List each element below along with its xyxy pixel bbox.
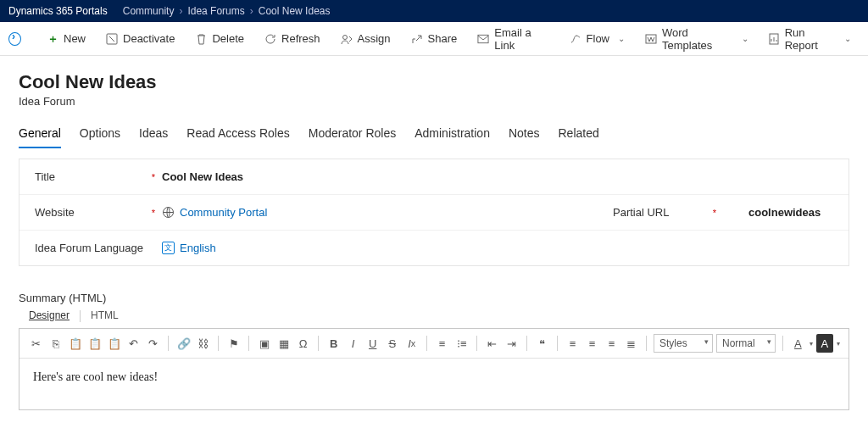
share-button[interactable]: Share [403,29,466,48]
record-tabs: General Options Ideas Read Access Roles … [19,126,849,148]
flow-button[interactable]: Flow ⌄ [561,29,633,48]
tab-options[interactable]: Options [80,126,120,148]
cmd-label: Run Report [785,26,836,52]
chevron-down-icon: ⌄ [618,34,625,43]
field-label: Idea Forum Language [35,242,162,254]
partial-url-field[interactable]: coolnewideas [748,206,833,219]
editor-content[interactable]: Here's are cool new ideas! [19,359,849,409]
tab-notes[interactable]: Notes [509,126,540,148]
outdent-icon[interactable]: ⇤ [484,334,500,353]
align-right-icon[interactable]: ≡ [604,334,620,353]
word-templates-button[interactable]: Word Templates ⌄ [637,23,757,55]
bg-color-icon[interactable]: A [816,334,833,353]
italic-icon[interactable]: I [345,334,361,353]
separator [557,336,558,351]
assign-icon [341,33,353,45]
refresh-icon [264,33,276,45]
field-label: Title* [35,170,162,183]
unlink-icon[interactable]: ⛓ [195,334,211,353]
cmd-label: Deactivate [123,32,175,45]
separator [248,336,249,351]
numbered-list-icon[interactable]: ≡ [434,334,450,353]
tab-general[interactable]: General [19,126,61,148]
field-label: Partial URL* [613,206,715,219]
tab-read-access-roles[interactable]: Read Access Roles [186,126,289,148]
chevron-down-icon: ⌄ [742,34,748,43]
format-dropdown[interactable]: Normal [716,334,776,353]
editor-toolbar: ✂ ⎘ 📋 📋 📋 ↶ ↷ 🔗 ⛓ ⚑ ▣ ▦ Ω B I U [19,329,849,359]
title-field[interactable]: Cool New Ideas [162,170,833,183]
underline-icon[interactable]: U [364,334,381,353]
divider [80,310,81,322]
table-icon[interactable]: ▦ [275,334,292,353]
separator [476,336,477,351]
breadcrumb-item[interactable]: Community [123,5,175,17]
cut-icon[interactable]: ✂ [28,334,44,353]
bold-icon[interactable]: B [326,334,342,353]
cmd-label: Share [428,32,458,45]
refresh-button[interactable]: Refresh [256,29,329,48]
run-report-button[interactable]: Run Report ⌄ [760,23,860,55]
paste-text-icon[interactable]: 📋 [86,334,103,353]
strike-icon[interactable]: S [384,334,400,353]
editor-mode-tabs: Designer HTML [29,309,849,323]
paste-icon[interactable]: 📋 [67,334,83,353]
svg-point-1 [342,35,347,39]
redo-icon[interactable]: ↷ [145,334,161,353]
trash-icon [195,33,207,45]
designer-tab[interactable]: Designer [29,309,70,323]
blockquote-icon[interactable]: ❝ [534,334,550,353]
cmd-label: Email a Link [494,26,548,52]
form-section: Title* Cool New Ideas Website* Community… [19,159,849,266]
page-subtitle: Idea Forum [19,95,849,108]
email-link-button[interactable]: Email a Link [469,23,557,55]
language-link[interactable]: English [180,242,216,254]
website-field[interactable]: Community Portal [162,206,613,219]
plus-icon: ＋ [47,33,58,45]
breadcrumb-item[interactable]: Cool New Ideas [259,5,331,17]
tab-related[interactable]: Related [559,126,599,148]
tab-administration[interactable]: Administration [415,126,490,148]
align-justify-icon[interactable]: ≣ [623,334,639,353]
chevron-right-icon: › [179,5,182,17]
tab-ideas[interactable]: Ideas [139,126,168,148]
delete-button[interactable]: Delete [186,29,253,48]
assign-button[interactable]: Assign [332,29,399,48]
go-back-button[interactable] [8,32,21,46]
chevron-right-icon: › [250,5,253,17]
summary-section: Summary (HTML) Designer HTML ✂ ⎘ 📋 📋 📋 ↶… [19,292,849,410]
svg-rect-3 [646,35,656,43]
html-tab[interactable]: HTML [91,309,119,323]
flag-icon[interactable]: ⚑ [225,334,242,353]
remove-format-icon[interactable]: Ix [403,334,420,353]
special-char-icon[interactable]: Ω [295,334,311,353]
align-center-icon[interactable]: ≡ [584,334,600,353]
text-color-icon[interactable]: A [790,334,806,353]
link-icon[interactable]: 🔗 [175,334,192,353]
chevron-down-icon: ⌄ [844,34,851,43]
cmd-label: Flow [587,32,609,45]
breadcrumb-item[interactable]: Idea Forums [187,5,244,17]
deactivate-button[interactable]: Deactivate [97,29,183,48]
command-bar: ＋ New Deactivate Delete Refresh Assign S… [0,22,868,56]
cmd-label: Delete [212,32,244,45]
indent-icon[interactable]: ⇥ [504,334,520,353]
align-left-icon[interactable]: ≡ [565,334,581,353]
styles-dropdown[interactable]: Styles [654,334,713,353]
copy-icon[interactable]: ⎘ [47,334,64,353]
deactivate-icon [106,33,118,45]
tab-moderator-roles[interactable]: Moderator Roles [309,126,397,148]
required-icon: * [713,208,716,218]
required-icon: * [152,208,155,218]
website-link[interactable]: Community Portal [180,206,267,219]
undo-icon[interactable]: ↶ [125,334,142,353]
field-label: Website* [35,206,162,219]
flow-icon [570,33,581,45]
language-field[interactable]: 文 English [162,242,601,254]
field-row-title: Title* Cool New Ideas [19,159,849,195]
new-button[interactable]: ＋ New [38,29,94,48]
paste-word-icon[interactable]: 📋 [106,334,122,353]
image-icon[interactable]: ▣ [256,334,272,353]
page-title: Cool New Ideas [19,71,849,93]
bullet-list-icon[interactable]: ⁝≡ [453,334,470,353]
